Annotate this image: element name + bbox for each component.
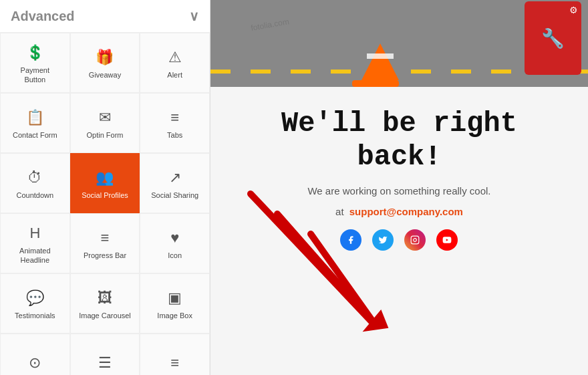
- widget-item-countdown[interactable]: ⏱ Countdown: [0, 153, 70, 213]
- widget-item-testimonials[interactable]: 💬 Testimonials: [0, 273, 70, 334]
- image-carousel-label: Image Carousel: [79, 311, 131, 320]
- widget-item-social-profiles[interactable]: 👥 Social Profiles: [70, 153, 140, 213]
- youtube-icon[interactable]: [436, 229, 458, 251]
- traffic-cone: [361, 43, 399, 87]
- social-sharing-icon: ↗: [169, 169, 181, 186]
- widget-item-animated-headline[interactable]: H AnimatedHeadline: [0, 213, 70, 273]
- testimonials-icon: 💬: [26, 289, 44, 307]
- animated-headline-label: AnimatedHeadline: [19, 246, 50, 265]
- widget-item-optin-form[interactable]: ✉ Optin Form: [70, 93, 140, 153]
- sidebar-title: Advanced: [11, 9, 75, 24]
- maintenance-subtitle: We are working on something really cool.: [281, 185, 517, 197]
- icon-label: Icon: [168, 251, 182, 260]
- countdown-icon: ⏱: [27, 169, 42, 186]
- giveaway-label: Giveaway: [89, 70, 121, 80]
- widget-item-social-sharing[interactable]: ↗ Social Sharing: [140, 153, 210, 213]
- payment-button-icon: 💲: [26, 44, 44, 61]
- widget-item-payment-button[interactable]: 💲 PaymentButton: [0, 33, 70, 93]
- widget-item-icon[interactable]: ♥ Icon: [140, 213, 210, 273]
- maintenance-section: We'll be right back! We are working on s…: [255, 87, 544, 257]
- countdown-label: Countdown: [17, 191, 54, 200]
- road-background: 🔧 ⚙ fotolia.com: [210, 0, 588, 87]
- twitter-icon[interactable]: [372, 229, 394, 251]
- social-profiles-label: Social Profiles: [82, 191, 128, 200]
- tabs-label: Tabs: [167, 130, 182, 140]
- giveaway-icon: 🎁: [96, 49, 114, 66]
- progress-bar-label: Progress Bar: [84, 251, 126, 260]
- main-content: 🔧 ⚙ fotolia.com We'll be right back! We …: [210, 0, 588, 375]
- testimonials-label: Testimonials: [15, 311, 55, 320]
- optin-form-label: Optin Form: [86, 130, 123, 140]
- svg-marker-4: [364, 311, 388, 331]
- social-profiles-icon: 👥: [96, 169, 114, 186]
- widget-item-alert[interactable]: ⚠ Alert: [140, 33, 210, 93]
- maintenance-title: We'll be right back!: [281, 107, 517, 174]
- alert-label: Alert: [167, 70, 182, 80]
- image-box-icon: ▣: [168, 289, 182, 307]
- contact-form-label: Contact Form: [13, 130, 57, 140]
- widget-sidebar: Advanced ∨ 💲 PaymentButton 🎁 Giveaway ⚠ …: [0, 0, 210, 375]
- widget-item-widget-18[interactable]: ≡: [140, 334, 210, 375]
- maintenance-email: at support@company.com: [281, 206, 517, 217]
- widget-item-image-carousel[interactable]: 🖼 Image Carousel: [70, 273, 140, 334]
- image-box-label: Image Box: [157, 311, 192, 320]
- progress-bar-icon: ≡: [101, 229, 110, 247]
- widget-item-widget-17[interactable]: ☰: [70, 334, 140, 375]
- contact-form-icon: 📋: [26, 109, 44, 126]
- tabs-icon: ≡: [170, 109, 179, 126]
- widget-16-icon: ⊙: [29, 354, 41, 372]
- title-line1: We'll be right: [281, 108, 517, 140]
- facebook-icon[interactable]: [340, 229, 361, 251]
- alert-icon: ⚠: [168, 49, 182, 66]
- title-line2: back!: [357, 141, 441, 173]
- collapse-icon[interactable]: ∨: [189, 8, 199, 24]
- construction-banner: 🔧 ⚙ fotolia.com: [210, 0, 588, 87]
- widget-18-icon: ≡: [170, 354, 179, 372]
- payment-button-label: PaymentButton: [21, 66, 49, 85]
- sidebar-header: Advanced ∨: [0, 0, 210, 33]
- icon-icon: ♥: [170, 229, 179, 247]
- social-icons-row: [281, 229, 517, 251]
- widget-grid: 💲 PaymentButton 🎁 Giveaway ⚠ Alert 📋 Con…: [0, 33, 210, 375]
- contact-prefix: at: [335, 206, 344, 217]
- contact-email-link[interactable]: support@company.com: [349, 206, 463, 217]
- image-carousel-icon: 🖼: [98, 289, 112, 307]
- construction-sign: 🔧 ⚙: [525, 1, 581, 75]
- social-sharing-label: Social Sharing: [151, 191, 198, 200]
- widget-17-icon: ☰: [98, 354, 112, 372]
- widget-item-widget-16[interactable]: ⊙: [0, 334, 70, 375]
- svg-rect-0: [412, 236, 420, 244]
- widget-item-progress-bar[interactable]: ≡ Progress Bar: [70, 213, 140, 273]
- watermark: fotolia.com: [250, 17, 290, 33]
- optin-form-icon: ✉: [99, 109, 111, 126]
- widget-item-tabs[interactable]: ≡ Tabs: [140, 93, 210, 153]
- instagram-icon[interactable]: [404, 229, 426, 251]
- widget-item-giveaway[interactable]: 🎁 Giveaway: [70, 33, 140, 93]
- widget-item-image-box[interactable]: ▣ Image Box: [140, 273, 210, 334]
- widget-item-contact-form[interactable]: 📋 Contact Form: [0, 93, 70, 153]
- animated-headline-icon: H: [29, 225, 40, 242]
